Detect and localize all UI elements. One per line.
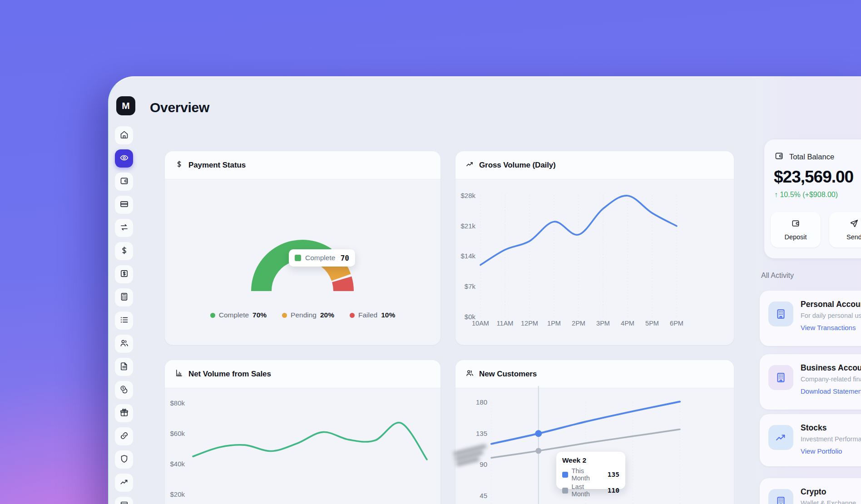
activity-subtitle: Wallet & Exchange [801,499,856,504]
legend-dot [282,313,287,318]
activity-subtitle: Company-related finances [801,376,861,383]
activity-card-personal-account[interactable]: Personal AccountFor daily personal useVi… [760,291,861,346]
send-icon [850,219,859,230]
legend-item-complete: Complete70% [210,311,267,319]
trending-up-icon [465,160,474,170]
sidebar-item-credit-card[interactable] [115,196,133,214]
sidebar-item-receipt-dollar[interactable] [115,265,133,283]
svg-text:$20k: $20k [170,490,185,498]
credit-card-icon [119,199,129,211]
svg-text:$0k: $0k [465,313,476,321]
legend-swatch [295,255,301,261]
dollar-icon [119,246,129,257]
payment-status-header: Payment Status [165,151,440,179]
sidebar-item-trending-up[interactable] [115,474,133,492]
app-logo[interactable]: M [116,96,135,115]
legend-item-failed: Failed10% [350,311,395,319]
sidebar-item-transfer[interactable] [115,219,133,237]
link-icon [119,431,129,442]
sidebar-item-gift[interactable] [115,404,133,422]
sidebar-item-coins[interactable] [115,381,133,399]
activity-link[interactable]: Download Statements [801,387,861,395]
gauge-legend: Complete70%Pending20%Failed10% [165,311,440,319]
svg-text:$14k: $14k [460,252,475,260]
trending-up-icon [768,425,793,450]
series-label: This Month [572,467,603,482]
svg-text:4PM: 4PM [621,320,634,327]
svg-text:$7k: $7k [465,282,476,290]
svg-text:5PM: 5PM [645,320,659,327]
svg-text:6PM: 6PM [670,320,683,327]
balance-amount: $23,569.00 [774,168,853,187]
sidebar-item-home[interactable] [115,126,133,144]
card-title: Net Volume from Sales [188,370,271,379]
sidebar-item-calculator[interactable] [115,288,133,306]
activity-subtitle: For daily personal use [801,312,861,319]
document-icon [119,361,129,373]
bar-chart-icon [175,369,183,379]
svg-text:135: 135 [476,430,487,437]
svg-text:$21k: $21k [460,222,475,230]
last-month-swatch [562,488,568,494]
week-tooltip-title: Week 2 [562,456,619,464]
deposit-button[interactable]: Deposit [771,212,821,247]
activity-title: Crypto [801,487,826,497]
window-icon [119,500,129,504]
gross-volume-header: Gross Volume (Daily) [455,151,734,179]
sidebar-item-eye[interactable] [115,149,133,168]
eye-icon [119,153,129,164]
new-customers-header: New Customers [455,360,734,388]
net-volume-header: Net Volume from Sales [165,360,440,388]
gross-volume-line-chart: 10AM11AM12PM1PM2PM3PM4PM5PM6PM$28k$21k$1… [455,151,734,345]
building-icon [768,301,793,326]
svg-text:1PM: 1PM [547,320,561,327]
total-balance-card: Total Balance $23,569.00 ↑ 10.5% (+$908.… [764,139,861,258]
all-activity-heading: All Activity [761,272,794,280]
svg-text:11AM: 11AM [497,320,514,327]
new-customers-card: New Customers 1801359045 Week 2 This Mon… [455,360,734,504]
balance-label: Total Balance [789,153,834,161]
svg-text:$28k: $28k [460,192,475,199]
svg-text:$80k: $80k [170,399,185,407]
series-value: 110 [608,487,619,494]
wallet-icon [119,176,129,188]
activity-link[interactable]: View Portfolio [801,447,842,455]
sidebar-item-list[interactable] [115,311,133,330]
tooltip-row: This Month 135 [562,467,619,482]
page-title: Overview [150,100,209,115]
balance-change: ↑ 10.5% (+$908.00) [774,191,838,199]
sidebar-item-link[interactable] [115,427,133,445]
sidebar-item-wallet[interactable] [115,173,133,191]
building-icon [768,365,793,390]
legend-item-pending: Pending20% [282,311,334,319]
activity-link[interactable]: View Transactions [801,324,856,331]
svg-text:12PM: 12PM [521,320,538,327]
svg-text:180: 180 [476,398,487,406]
activity-card-business-account[interactable]: Business AccountCompany-related finances… [760,354,861,410]
week-tooltip: Week 2 This Month 135 Last Month 110 [556,452,625,489]
svg-text:3PM: 3PM [596,320,610,327]
net-volume-card: Net Volume from Sales $80k$60k$40k$20k [165,360,440,504]
trending-up-icon [119,477,129,489]
sidebar-item-users[interactable] [115,335,133,353]
activity-card-stocks[interactable]: StocksInvestment PerformanceView Portfol… [760,414,861,466]
card-title: Payment Status [188,161,246,170]
home-icon [119,130,129,141]
sidebar-item-shield[interactable] [115,450,133,469]
balance-header: Total Balance [774,151,834,163]
list-icon [119,315,129,326]
receipt-dollar-icon [119,269,129,280]
svg-text:10AM: 10AM [472,320,489,327]
send-button[interactable]: Send [829,212,861,247]
svg-text:$40k: $40k [170,460,185,468]
shield-icon [119,454,129,465]
legend-dot [350,313,355,318]
activity-card-crypto[interactable]: CryptoWallet & Exchange [760,478,861,504]
gift-icon [119,408,129,419]
sidebar-item-dollar[interactable] [115,242,133,260]
svg-text:2PM: 2PM [572,320,585,327]
dollar-icon [175,160,183,170]
sidebar-item-window[interactable] [115,497,133,504]
wallet-icon [791,219,800,230]
sidebar-item-document[interactable] [115,358,133,376]
